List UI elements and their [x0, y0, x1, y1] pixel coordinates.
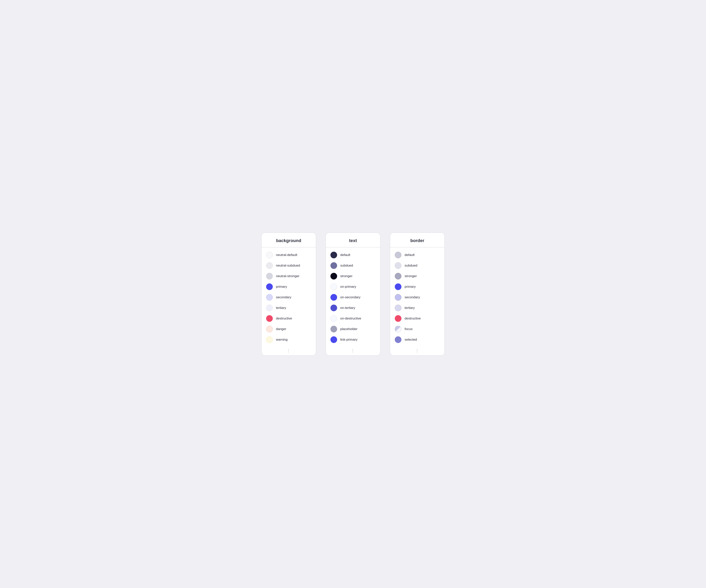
color-item-text-on-destructive[interactable]: on-destructive	[326, 313, 380, 324]
color-label-border-default: default	[404, 253, 415, 257]
color-item-text-subdued[interactable]: subdued	[326, 260, 380, 271]
color-item-border-primary[interactable]: primary	[390, 282, 444, 292]
color-label-background-secondary: secondary	[276, 295, 291, 299]
color-item-background-neutral-subdued[interactable]: neutral-subdued	[262, 260, 316, 271]
swatch-background-neutral-default	[266, 252, 273, 258]
color-item-background-danger[interactable]: danger	[262, 324, 316, 334]
color-label-border-destructive: destructive	[404, 317, 421, 321]
swatch-background-danger	[266, 326, 273, 332]
color-label-text-placeholder: placeholder	[340, 327, 357, 331]
color-item-text-on-secondary[interactable]: on-secondary	[326, 292, 380, 303]
swatch-text-on-destructive	[330, 315, 337, 322]
color-item-border-stronger[interactable]: stronger	[390, 271, 444, 282]
color-label-background-neutral-default: neutral-default	[276, 253, 297, 257]
swatch-border-default	[395, 252, 401, 258]
color-label-background-warning: warning	[276, 338, 288, 342]
swatch-border-secondary	[395, 294, 401, 301]
color-label-text-stronger: stronger	[340, 274, 352, 278]
swatch-background-tertiary	[266, 305, 273, 311]
color-item-border-destructive[interactable]: destructive	[390, 313, 444, 324]
color-item-background-neutral-stronger[interactable]: neutral-stronger	[262, 271, 316, 282]
color-label-background-neutral-subdued: neutral-subdued	[276, 264, 300, 267]
color-label-text-on-secondary: on-secondary	[340, 295, 360, 299]
swatch-text-on-secondary	[330, 294, 337, 301]
color-label-border-primary: primary	[404, 285, 416, 289]
color-item-background-destructive[interactable]: destructive	[262, 313, 316, 324]
color-label-text-on-destructive: on-destructive	[340, 317, 361, 321]
swatch-text-stronger	[330, 273, 337, 280]
card-header-border: border	[390, 233, 444, 247]
swatch-background-primary	[266, 284, 273, 290]
color-item-text-on-primary[interactable]: on-primary	[326, 282, 380, 292]
color-label-text-on-tertiary: on-tertiary	[340, 306, 355, 310]
more-dots-border: ⋮	[390, 346, 444, 355]
card-border: borderdefaultsubduedstrongerprimarysecon…	[390, 233, 445, 356]
color-item-text-default[interactable]: default	[326, 250, 380, 260]
swatch-text-on-tertiary	[330, 305, 337, 311]
more-dots-background: ⋮	[262, 346, 316, 355]
color-item-background-primary[interactable]: primary	[262, 282, 316, 292]
color-item-border-secondary[interactable]: secondary	[390, 292, 444, 303]
swatch-border-tertiary	[395, 305, 401, 311]
color-label-background-destructive: destructive	[276, 317, 292, 321]
card-background: backgroundneutral-defaultneutral-subdued…	[261, 233, 316, 356]
color-item-border-focus[interactable]: focus	[390, 324, 444, 334]
swatch-background-warning	[266, 336, 273, 343]
card-header-background: background	[262, 233, 316, 247]
swatch-border-destructive	[395, 315, 401, 322]
card-items-text: defaultsubduedstrongeron-primaryon-secon…	[326, 247, 380, 346]
color-label-border-secondary: secondary	[404, 295, 420, 299]
more-dots-text: ⋮	[326, 346, 380, 355]
card-title-text: text	[349, 238, 357, 243]
swatch-background-neutral-subdued	[266, 262, 273, 269]
color-item-text-stronger[interactable]: stronger	[326, 271, 380, 282]
color-label-border-selected: selected	[404, 338, 417, 342]
color-label-background-tertiary: tertiary	[276, 306, 286, 310]
color-label-border-stronger: stronger	[404, 274, 417, 278]
color-label-border-focus: focus	[404, 327, 413, 331]
swatch-background-secondary	[266, 294, 273, 301]
card-items-border: defaultsubduedstrongerprimarysecondaryte…	[390, 247, 444, 346]
color-label-text-default: default	[340, 253, 350, 257]
card-header-text: text	[326, 233, 380, 247]
color-item-text-placeholder[interactable]: placeholder	[326, 324, 380, 334]
page-container: backgroundneutral-defaultneutral-subdued…	[249, 217, 457, 371]
card-text: textdefaultsubduedstrongeron-primaryon-s…	[325, 233, 381, 356]
color-label-background-primary: primary	[276, 285, 287, 289]
color-label-border-subdued: subdued	[404, 264, 417, 267]
color-item-background-warning[interactable]: warning	[262, 334, 316, 345]
color-label-background-danger: danger	[276, 327, 286, 331]
color-item-border-subdued[interactable]: subdued	[390, 260, 444, 271]
swatch-border-primary	[395, 284, 401, 290]
color-item-background-neutral-default[interactable]: neutral-default	[262, 250, 316, 260]
color-item-border-tertiary[interactable]: tertiary	[390, 303, 444, 313]
color-label-text-on-primary: on-primary	[340, 285, 356, 289]
color-item-background-tertiary[interactable]: tertiary	[262, 303, 316, 313]
swatch-border-subdued	[395, 262, 401, 269]
color-item-background-secondary[interactable]: secondary	[262, 292, 316, 303]
card-title-border: border	[410, 238, 424, 243]
color-item-text-link-primary[interactable]: link-primary	[326, 334, 380, 345]
color-item-border-selected[interactable]: selected	[390, 334, 444, 345]
color-label-background-neutral-stronger: neutral-stronger	[276, 274, 300, 278]
swatch-text-link-primary	[330, 336, 337, 343]
color-label-text-subdued: subdued	[340, 264, 353, 267]
color-label-border-tertiary: tertiary	[404, 306, 415, 310]
swatch-border-stronger	[395, 273, 401, 280]
card-items-background: neutral-defaultneutral-subduedneutral-st…	[262, 247, 316, 346]
swatch-border-selected	[395, 336, 401, 343]
swatch-border-focus	[395, 326, 401, 332]
swatch-background-neutral-stronger	[266, 273, 273, 280]
swatch-background-destructive	[266, 315, 273, 322]
swatch-text-default	[330, 252, 337, 258]
swatch-text-subdued	[330, 262, 337, 269]
color-item-border-default[interactable]: default	[390, 250, 444, 260]
swatch-text-on-primary	[330, 284, 337, 290]
card-title-background: background	[276, 238, 301, 243]
color-label-text-link-primary: link-primary	[340, 338, 357, 342]
swatch-text-placeholder	[330, 326, 337, 332]
color-item-text-on-tertiary[interactable]: on-tertiary	[326, 303, 380, 313]
